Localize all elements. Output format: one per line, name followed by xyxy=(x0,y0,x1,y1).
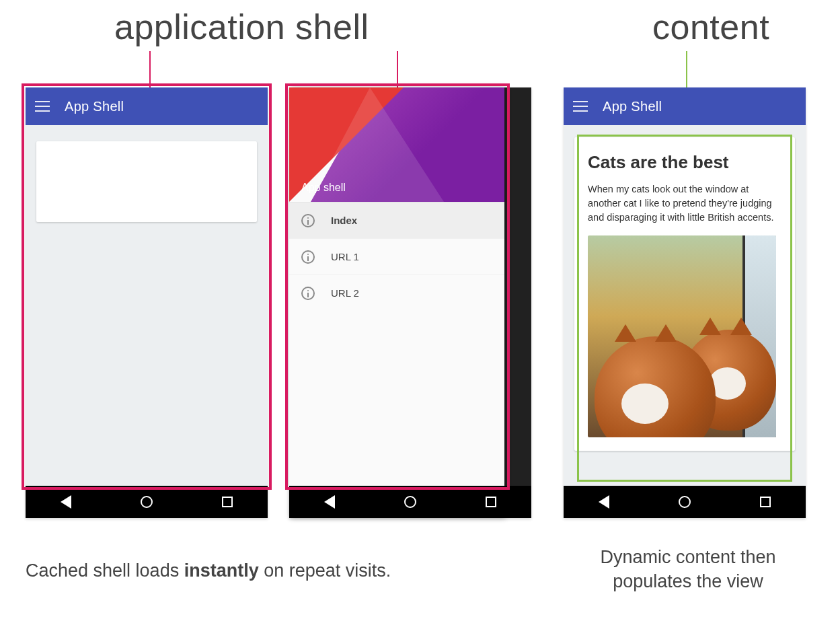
drawer-scrim xyxy=(504,87,531,518)
phone-shell-empty: App Shell xyxy=(26,87,268,518)
drawer-item-url2[interactable]: URL 2 xyxy=(289,275,504,311)
article-image xyxy=(588,235,776,437)
drawer-item-label: URL 1 xyxy=(331,251,359,262)
nav-recent-icon[interactable] xyxy=(760,497,771,507)
phone-shell-drawer: App shell Index URL 1 URL 2 xyxy=(289,87,531,518)
drawer-item-url1[interactable]: URL 1 xyxy=(289,238,504,275)
diagram-stage: application shell content App Shell xyxy=(0,0,840,621)
content-card: Cats are the best When my cats look out … xyxy=(574,137,795,451)
info-icon xyxy=(301,250,315,264)
nav-home-icon[interactable] xyxy=(141,496,153,508)
android-nav-bar xyxy=(289,486,531,518)
appbar-title: App Shell xyxy=(603,99,662,114)
phone-content: App Shell Cats are the best When my cats… xyxy=(564,87,806,518)
nav-back-icon[interactable] xyxy=(324,495,335,509)
appbar: App Shell xyxy=(564,87,806,125)
nav-back-icon[interactable] xyxy=(599,495,609,509)
android-nav-bar xyxy=(26,486,268,518)
callout-line-shell-right xyxy=(397,51,398,87)
label-application-shell: application shell xyxy=(114,7,369,47)
label-content: content xyxy=(652,7,769,47)
info-icon xyxy=(301,214,315,227)
content-card-placeholder xyxy=(36,141,257,222)
nav-home-icon[interactable] xyxy=(679,496,691,508)
callout-line-shell-left xyxy=(149,51,151,87)
nav-recent-icon[interactable] xyxy=(486,497,496,507)
caption-shell: Cached shell loads instantly on repeat v… xyxy=(26,558,456,583)
article-title: Cats are the best xyxy=(588,152,781,173)
hamburger-icon[interactable] xyxy=(573,101,588,112)
drawer-item-index[interactable]: Index xyxy=(289,202,504,238)
info-icon xyxy=(301,287,315,300)
nav-drawer: App shell Index URL 1 URL 2 xyxy=(289,87,504,518)
drawer-list: Index URL 1 URL 2 xyxy=(289,202,504,311)
caption-left-strong: instantly xyxy=(184,560,259,581)
caption-content: Dynamic content then populates the view xyxy=(564,545,812,594)
drawer-item-label: URL 2 xyxy=(331,287,359,299)
appbar-title: App Shell xyxy=(65,99,124,114)
article-body: When my cats look out the window at anot… xyxy=(588,182,781,225)
android-nav-bar xyxy=(564,486,806,518)
drawer-item-label: Index xyxy=(331,215,357,226)
appbar: App Shell xyxy=(26,87,268,125)
hamburger-icon[interactable] xyxy=(35,101,50,112)
nav-home-icon[interactable] xyxy=(404,496,416,508)
caption-left-pre: Cached shell loads xyxy=(26,560,184,581)
nav-back-icon[interactable] xyxy=(61,495,71,509)
drawer-hero: App shell xyxy=(289,87,504,202)
drawer-hero-label: App shell xyxy=(301,182,346,194)
nav-recent-icon[interactable] xyxy=(222,497,233,507)
caption-left-post: on repeat visits. xyxy=(259,560,391,581)
